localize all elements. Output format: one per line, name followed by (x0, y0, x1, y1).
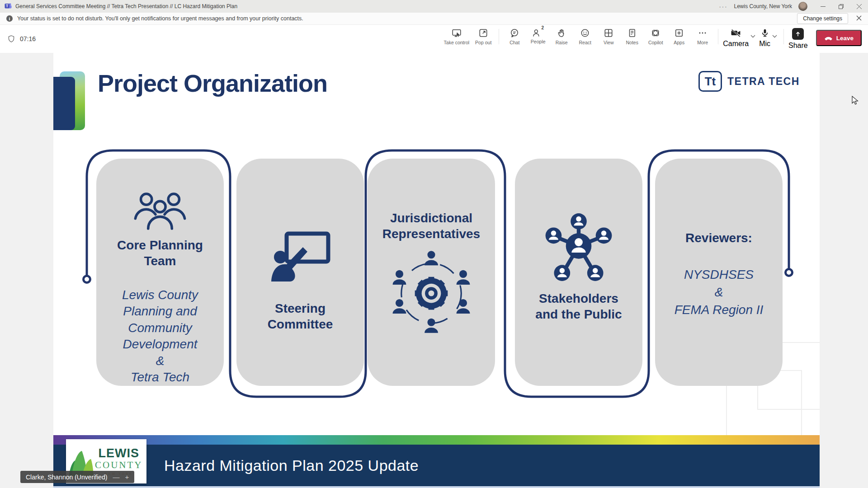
notes-button[interactable]: Notes (620, 28, 644, 45)
tetra-tech-name: TETRA TECH (727, 75, 800, 88)
person-glyph (393, 270, 406, 285)
copilot-button[interactable]: Copilot (644, 28, 667, 45)
account-avatar[interactable] (798, 2, 807, 11)
connector-endpoint (786, 269, 793, 276)
chat-icon (509, 28, 519, 38)
mic-icon (760, 28, 770, 38)
window-titlebar: T General Services Committee Meeting // … (0, 0, 868, 13)
slide-corner-decoration (53, 71, 88, 132)
react-smiley-icon (580, 28, 590, 38)
person-node (571, 213, 587, 230)
window-restore-button[interactable] (832, 0, 850, 13)
view-button[interactable]: View (597, 28, 620, 45)
account-name[interactable]: Lewis County, New York (734, 3, 792, 9)
react-button[interactable]: React (573, 28, 597, 45)
camera-options-chevron-icon[interactable] (750, 32, 755, 40)
gear-icon (415, 277, 448, 310)
shield-icon (7, 35, 15, 43)
view-grid-icon (604, 28, 613, 38)
window-title: General Services Committee Meeting // Te… (15, 3, 237, 9)
toolbar-divider (718, 29, 718, 44)
network-people-icon (543, 213, 614, 282)
svg-text:T: T (6, 4, 9, 8)
apps-button[interactable]: Apps (667, 28, 691, 45)
leave-button[interactable]: Leave (816, 30, 862, 46)
tetra-tech-logo: Tt TETRA TECH (698, 71, 800, 92)
window-more-menu-icon[interactable]: ··· (719, 3, 727, 10)
dismiss-notification-icon[interactable] (856, 15, 862, 22)
meeting-timer: 07:16 (7, 35, 36, 43)
meeting-toolbar: 07:16 Take control Pop out Chat 2 People… (0, 25, 868, 53)
presentation-slide: Project Organization Tt TETRA TECH (53, 53, 820, 488)
dnd-message: Your status is set to do not disturb. Yo… (17, 15, 303, 22)
apps-icon (674, 28, 684, 38)
camera-off-icon (731, 28, 741, 38)
dnd-notification-bar: i Your status is set to do not disturb. … (0, 13, 868, 25)
camera-button[interactable]: Camera (722, 28, 750, 48)
pop-out-button[interactable]: Pop out (472, 28, 495, 45)
people-count: 2 (541, 25, 544, 30)
connector-endpoint (84, 276, 90, 283)
footer-gradient-strip (53, 435, 820, 445)
people-group-icon (132, 190, 188, 234)
share-button[interactable]: Share (788, 28, 809, 50)
zoom-in-button[interactable]: + (125, 473, 129, 481)
raise-hand-button[interactable]: Raise (550, 28, 573, 45)
window-close-button[interactable] (850, 0, 868, 13)
change-settings-button[interactable]: Change settings (797, 13, 848, 24)
lewis-logo-line1: LEWIS (99, 447, 140, 460)
toolbar-divider (783, 29, 784, 44)
toolbar-divider (499, 29, 499, 44)
presenter-name-tag: Clarke, Shannon (Unverified) — + (20, 471, 134, 483)
mic-options-chevron-icon[interactable] (772, 32, 777, 40)
mouse-cursor (852, 96, 860, 106)
bottom-edge-strip (53, 486, 820, 488)
gear-people-icon (389, 248, 474, 337)
share-icon (792, 28, 804, 40)
person-glyph (393, 299, 406, 314)
take-control-icon (452, 28, 462, 38)
person-glyph (425, 251, 438, 265)
box-core-planning-team: Core Planning Team Lewis County Planning… (96, 159, 224, 386)
footer-title: Hazard Mitigation Plan 2025 Update (164, 445, 419, 486)
notes-icon (627, 28, 637, 38)
people-icon (532, 28, 542, 38)
person-node (596, 227, 612, 244)
hangup-phone-icon (824, 35, 833, 41)
pop-out-icon (478, 28, 488, 38)
teams-app-icon: T (5, 2, 12, 11)
mic-button[interactable]: Mic (758, 28, 771, 48)
more-dots-icon (698, 28, 708, 38)
box-jurisdictional-representatives: Jurisdictional Representatives (368, 159, 495, 386)
person-glyph (457, 270, 470, 285)
people-button[interactable]: 2 People (526, 28, 550, 44)
shared-screen-area: Project Organization Tt TETRA TECH (0, 53, 868, 488)
take-control-button[interactable]: Take control (442, 28, 472, 45)
slide-title: Project Organization (98, 69, 327, 97)
info-icon: i (6, 15, 13, 22)
person-node (554, 265, 570, 281)
window-minimize-button[interactable] (814, 0, 832, 13)
box-stakeholders-public: Stakeholders and the Public (515, 159, 642, 386)
person-node (587, 265, 604, 281)
lewis-logo-line2: COUNTY (95, 460, 143, 470)
box-reviewers: Reviewers: NYSDHSES & FEMA Region II (655, 159, 783, 386)
more-button[interactable]: More (691, 28, 714, 45)
chat-button[interactable]: Chat (503, 28, 526, 45)
copilot-icon (651, 28, 660, 38)
person-glyph (425, 319, 438, 333)
person-node (546, 227, 562, 244)
presenter-icon (269, 231, 331, 282)
raise-hand-icon (557, 28, 566, 38)
tetra-tech-monogram: Tt (698, 71, 722, 92)
zoom-out-button[interactable]: — (113, 473, 120, 481)
timer-value: 07:16 (20, 35, 36, 42)
box-steering-committee: Steering Committee (236, 159, 364, 386)
presenter-name: Clarke, Shannon (Unverified) (26, 474, 108, 481)
